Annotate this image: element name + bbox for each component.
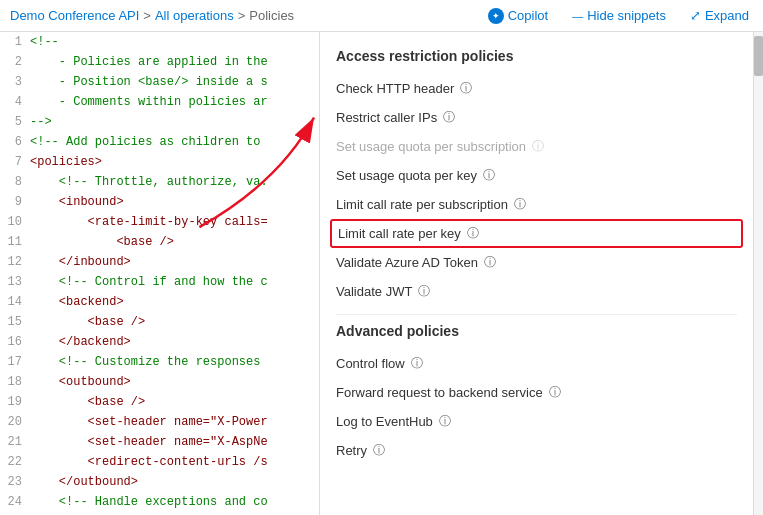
line-content: <!-- xyxy=(30,32,319,52)
line-number: 18 xyxy=(0,372,30,392)
line-number: 22 xyxy=(0,452,30,472)
top-actions: Copilot — Hide snippets ⤢ Expand xyxy=(484,6,753,26)
line-content: </backend> xyxy=(30,332,319,352)
code-line: 8 <!-- Throttle, authorize, va. xyxy=(0,172,319,192)
info-icon[interactable]: ⓘ xyxy=(373,442,385,459)
policy-label: Validate JWT xyxy=(336,284,412,299)
info-icon[interactable]: ⓘ xyxy=(460,80,472,97)
code-line: 2 - Policies are applied in the xyxy=(0,52,319,72)
scrollbar-track[interactable] xyxy=(753,32,763,515)
info-icon[interactable]: ⓘ xyxy=(418,283,430,300)
line-content: - Policies are applied in the xyxy=(30,52,319,72)
code-line: 1<!-- xyxy=(0,32,319,52)
breadcrumb-operations[interactable]: All operations xyxy=(155,8,234,23)
policy-label: Check HTTP header xyxy=(336,81,454,96)
advanced-policies-title: Advanced policies xyxy=(336,323,737,339)
info-icon[interactable]: ⓘ xyxy=(514,196,526,213)
line-number: 13 xyxy=(0,272,30,292)
breadcrumb-sep2: > xyxy=(238,8,246,23)
hide-icon: — xyxy=(572,10,583,22)
hide-snippets-label: Hide snippets xyxy=(587,8,666,23)
policy-list: Check HTTP headerⓘRestrict caller IPsⓘSe… xyxy=(336,74,737,306)
code-line: 22 <redirect-content-urls /s xyxy=(0,452,319,472)
policy-label: Limit call rate per key xyxy=(338,226,461,241)
line-content: <policies> xyxy=(30,152,319,172)
code-line: 14 <backend> xyxy=(0,292,319,312)
policy-item[interactable]: Validate Azure AD Tokenⓘ xyxy=(336,248,737,277)
info-icon[interactable]: ⓘ xyxy=(532,138,544,155)
line-content: - Position <base/> inside a s xyxy=(30,72,319,92)
code-line: 12 </inbound> xyxy=(0,252,319,272)
hide-snippets-button[interactable]: — Hide snippets xyxy=(568,6,670,25)
line-content: <backend> xyxy=(30,292,319,312)
policy-item[interactable]: Set usage quota per subscriptionⓘ xyxy=(336,132,737,161)
line-number: 16 xyxy=(0,332,30,352)
policy-label: Restrict caller IPs xyxy=(336,110,437,125)
breadcrumb: Demo Conference API > All operations > P… xyxy=(10,8,294,23)
line-content: <!-- Customize the responses xyxy=(30,352,319,372)
line-number: 20 xyxy=(0,412,30,432)
section-divider xyxy=(336,314,737,315)
copilot-label: Copilot xyxy=(508,8,548,23)
line-number: 11 xyxy=(0,232,30,252)
breadcrumb-api[interactable]: Demo Conference API xyxy=(10,8,139,23)
line-content: <!-- Throttle, authorize, va. xyxy=(30,172,319,192)
policy-item[interactable]: Limit call rate per subscriptionⓘ xyxy=(336,190,737,219)
code-line: 15 <base /> xyxy=(0,312,319,332)
expand-label: Expand xyxy=(705,8,749,23)
info-icon[interactable]: ⓘ xyxy=(484,254,496,271)
code-line: 6<!-- Add policies as children to xyxy=(0,132,319,152)
code-line: 11 <base /> xyxy=(0,232,319,252)
info-icon[interactable]: ⓘ xyxy=(549,384,561,401)
line-content: <redirect-content-urls /s xyxy=(30,452,319,472)
info-icon[interactable]: ⓘ xyxy=(443,109,455,126)
line-number: 19 xyxy=(0,392,30,412)
access-restriction-title: Access restriction policies xyxy=(336,48,737,64)
code-line: 5--> xyxy=(0,112,319,132)
advanced-policy-item[interactable]: Forward request to backend serviceⓘ xyxy=(336,378,737,407)
line-content: <outbound> xyxy=(30,372,319,392)
line-content: <!-- Handle exceptions and co xyxy=(30,492,319,512)
scrollbar-thumb[interactable] xyxy=(754,36,763,76)
line-content: </inbound> xyxy=(30,252,319,272)
policy-item[interactable]: Restrict caller IPsⓘ xyxy=(336,103,737,132)
expand-button[interactable]: ⤢ Expand xyxy=(686,6,753,25)
advanced-policy-list: Control flowⓘForward request to backend … xyxy=(336,349,737,465)
line-number: 21 xyxy=(0,432,30,452)
line-content: <!-- Add policies as children to xyxy=(30,132,319,152)
line-content: <!-- Control if and how the c xyxy=(30,272,319,292)
advanced-policy-label: Retry xyxy=(336,443,367,458)
copilot-icon xyxy=(488,8,504,24)
policy-item[interactable]: Validate JWTⓘ xyxy=(336,277,737,306)
code-line: 24 <!-- Handle exceptions and co xyxy=(0,492,319,512)
line-number: 24 xyxy=(0,492,30,512)
advanced-policy-item[interactable]: Control flowⓘ xyxy=(336,349,737,378)
line-content: - Comments within policies ar xyxy=(30,92,319,112)
info-icon[interactable]: ⓘ xyxy=(439,413,451,430)
code-line: 17 <!-- Customize the responses xyxy=(0,352,319,372)
policy-item[interactable]: Set usage quota per keyⓘ xyxy=(336,161,737,190)
info-icon[interactable]: ⓘ xyxy=(483,167,495,184)
code-panel[interactable]: 1<!--2 - Policies are applied in the3 - … xyxy=(0,32,320,515)
info-icon[interactable]: ⓘ xyxy=(467,225,479,242)
right-panel: Access restriction policies Check HTTP h… xyxy=(320,32,753,515)
line-number: 12 xyxy=(0,252,30,272)
line-number: 15 xyxy=(0,312,30,332)
line-content: <rate-limit-by-key calls= xyxy=(30,212,319,232)
code-lines: 1<!--2 - Policies are applied in the3 - … xyxy=(0,32,319,515)
main-layout: 1<!--2 - Policies are applied in the3 - … xyxy=(0,32,763,515)
advanced-section: Advanced policies Control flowⓘForward r… xyxy=(336,323,737,465)
line-content: <base /> xyxy=(30,312,319,332)
policy-item[interactable]: Limit call rate per keyⓘ xyxy=(330,219,743,248)
info-icon[interactable]: ⓘ xyxy=(411,355,423,372)
line-number: 3 xyxy=(0,72,30,92)
code-line: 9 <inbound> xyxy=(0,192,319,212)
code-line: 19 <base /> xyxy=(0,392,319,412)
copilot-button[interactable]: Copilot xyxy=(484,6,552,26)
policy-item[interactable]: Check HTTP headerⓘ xyxy=(336,74,737,103)
code-line: 18 <outbound> xyxy=(0,372,319,392)
line-content: <base /> xyxy=(30,232,319,252)
code-line: 7<policies> xyxy=(0,152,319,172)
advanced-policy-item[interactable]: Retryⓘ xyxy=(336,436,737,465)
advanced-policy-item[interactable]: Log to EventHubⓘ xyxy=(336,407,737,436)
